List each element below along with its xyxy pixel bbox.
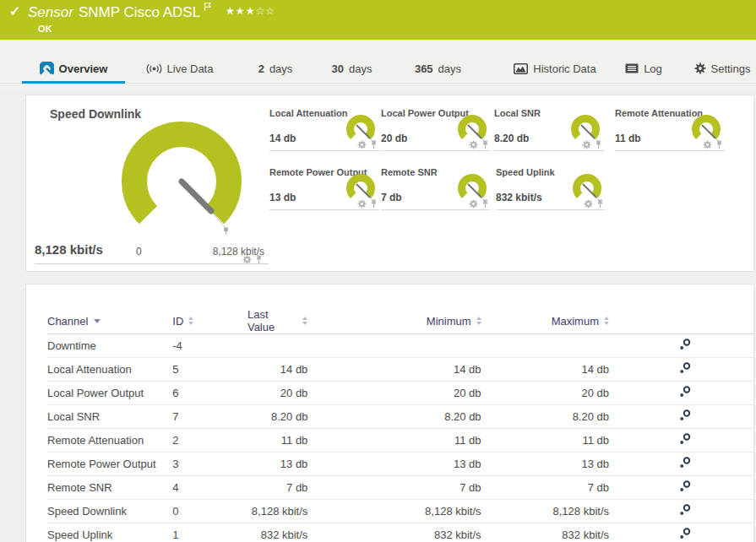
column-header-actions — [616, 308, 753, 334]
cell-id: 6 — [172, 382, 247, 405]
gauge-title: Local Attenuation — [269, 108, 347, 118]
cell-actions — [616, 358, 753, 382]
flag-icon[interactable] — [204, 0, 212, 16]
cell-id: 0 — [172, 500, 247, 523]
gauge-value: 11 db — [615, 133, 641, 144]
pin-icon[interactable] — [595, 140, 602, 149]
cell-channel: Remote Attenuation — [47, 429, 172, 453]
pin-icon[interactable] — [715, 140, 723, 149]
channel-settings-icon[interactable] — [678, 409, 692, 422]
cell-max: 8.20 db — [488, 405, 616, 429]
tab-number: 365 — [415, 62, 433, 75]
gauge-value: 13 db — [269, 192, 296, 203]
tab-label: days — [349, 62, 372, 75]
table-row-remote-snr[interactable]: Remote SNR47 db7 db7 db — [47, 476, 753, 500]
gauge-title: Remote SNR — [381, 167, 438, 177]
pin-icon[interactable] — [596, 199, 604, 209]
column-header-id[interactable]: ID — [172, 308, 247, 334]
gauge-tile-speed-uplink: Speed Uplink 832 kbit/s — [496, 167, 606, 210]
gauge-tile-icons — [584, 199, 604, 209]
table-row-local-attenuation[interactable]: Local Attenuation514 db14 db14 db — [47, 358, 753, 382]
column-label: ID — [172, 315, 183, 328]
gauge-icon — [40, 62, 54, 76]
gear-icon[interactable] — [469, 140, 478, 149]
tab-settings[interactable]: Settings — [688, 53, 756, 84]
column-header-maximum[interactable]: Maximum — [488, 308, 616, 334]
status-ok-check-icon: ✓ — [9, 5, 20, 19]
channel-settings-icon[interactable] — [678, 480, 692, 493]
gauge-tile-remote-attenuation: Remote Attenuation 11 db — [615, 108, 725, 151]
column-header-channel[interactable]: Channel — [47, 308, 172, 334]
channel-settings-icon[interactable] — [678, 527, 692, 540]
cell-min: 11 db — [314, 429, 487, 453]
table-row-speed-downlink[interactable]: Speed Downlink08,128 kbit/s8,128 kbit/s8… — [47, 500, 753, 523]
tab-30-days[interactable]: 30days — [312, 53, 392, 84]
main-gauge-value: 8,128 kbit/s — [35, 242, 103, 257]
tab-historic-data[interactable]: Historic Data — [505, 53, 605, 84]
sort-desc-icon — [94, 319, 101, 323]
gear-icon[interactable] — [703, 140, 712, 149]
channel-settings-icon[interactable] — [678, 456, 692, 469]
cell-actions — [616, 453, 753, 476]
table-row-remote-power-output[interactable]: Remote Power Output313 db13 db13 db — [47, 453, 753, 476]
tab-number: 2 — [258, 62, 264, 75]
pin-icon[interactable] — [370, 199, 378, 209]
cell-min: 13 db — [314, 453, 487, 476]
needle-pin-icon — [224, 228, 228, 235]
table-row-remote-attenuation[interactable]: Remote Attenuation211 db11 db11 db — [47, 429, 753, 453]
sensor-header: ✓ SensorSNMP Cisco ADSL★★★☆☆ OK — [0, 0, 756, 40]
tab-log[interactable]: Log — [614, 53, 673, 84]
gear-icon[interactable] — [357, 140, 367, 149]
channel-settings-icon[interactable] — [678, 338, 692, 351]
tab-label: Historic Data — [533, 62, 596, 75]
pin-icon[interactable] — [481, 199, 489, 209]
cell-id: 1 — [172, 523, 247, 542]
gauge-title: Local SNR — [494, 108, 541, 118]
column-header-last-value[interactable]: Last Value — [247, 308, 314, 334]
tab-365-days[interactable]: 365days — [394, 53, 482, 84]
channel-settings-icon[interactable] — [678, 361, 692, 375]
gauge-value: 20 db — [381, 133, 407, 144]
cell-channel: Local Power Output — [47, 382, 172, 405]
sort-updown-icon — [188, 317, 193, 325]
cell-id: 4 — [172, 476, 247, 500]
gauge-value: 832 kbit/s — [496, 192, 542, 203]
gear-icon[interactable] — [582, 140, 591, 149]
tab-live-data[interactable]: Live Data — [135, 53, 224, 84]
cell-min: 20 db — [314, 382, 487, 405]
sort-updown-icon — [604, 317, 609, 325]
gauge-tile-icons — [357, 199, 378, 209]
cell-last: 8,128 kbit/s — [247, 500, 314, 523]
channel-settings-icon[interactable] — [678, 385, 692, 398]
table-row-downtime[interactable]: Downtime-4 — [47, 334, 753, 358]
tab-2-days[interactable]: 2days — [237, 53, 313, 84]
table-row-local-power-output[interactable]: Local Power Output620 db20 db20 db — [47, 382, 753, 405]
gear-icon[interactable] — [584, 199, 593, 209]
channel-settings-icon[interactable] — [678, 432, 692, 446]
gear-icon[interactable] — [469, 199, 478, 209]
table-row-local-snr[interactable]: Local SNR78.20 db8.20 db8.20 db — [47, 405, 753, 429]
cell-channel: Speed Uplink — [47, 523, 172, 542]
gauge-tile-icons — [357, 140, 378, 149]
cell-actions — [616, 500, 753, 523]
channel-settings-icon[interactable] — [678, 503, 692, 517]
pin-icon[interactable] — [481, 140, 489, 149]
gear-icon[interactable] — [357, 199, 367, 209]
priority-stars[interactable]: ★★★☆☆ — [226, 5, 275, 17]
gauge-tile-icons — [703, 140, 723, 149]
table-row-speed-uplink[interactable]: Speed Uplink1832 kbit/s832 kbit/s832 kbi… — [47, 523, 753, 542]
cell-channel: Local Attenuation — [47, 358, 172, 382]
gauge-tile-remote-snr: Remote SNR 7 db — [381, 167, 491, 210]
cell-channel: Downtime — [47, 334, 172, 358]
channels-table: ChannelIDLast ValueMinimumMaximum Downti… — [47, 308, 753, 542]
tab-number: 30 — [332, 62, 344, 75]
tab-overview[interactable]: Overview — [22, 53, 125, 84]
speed-downlink-gauge — [114, 114, 249, 249]
pin-icon[interactable] — [370, 140, 378, 149]
column-header-minimum[interactable]: Minimum — [314, 308, 487, 334]
cell-last: 11 db — [247, 429, 314, 453]
sort-updown-icon — [302, 317, 307, 325]
cell-max: 14 db — [488, 358, 616, 382]
tab-label: Settings — [711, 62, 751, 75]
cell-id: 3 — [172, 453, 247, 476]
